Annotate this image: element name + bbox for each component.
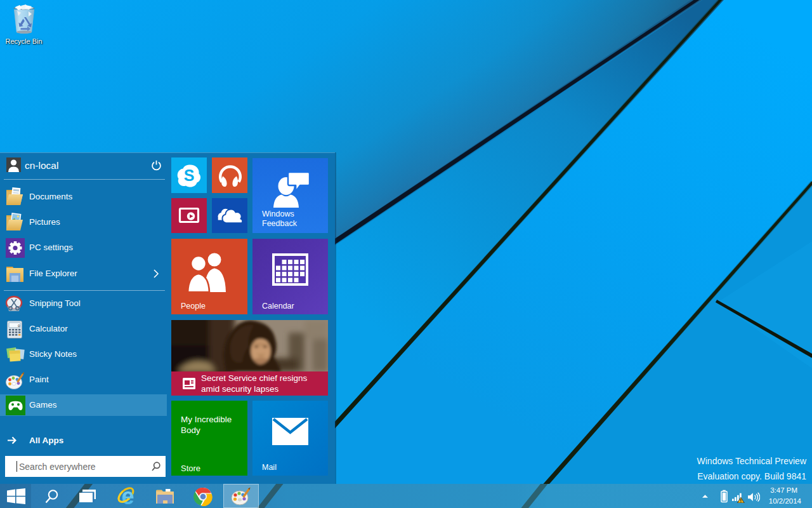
svg-text:S: S [184, 166, 195, 184]
svg-text:0: 0 [18, 324, 20, 328]
svg-text:e: e [121, 485, 134, 508]
